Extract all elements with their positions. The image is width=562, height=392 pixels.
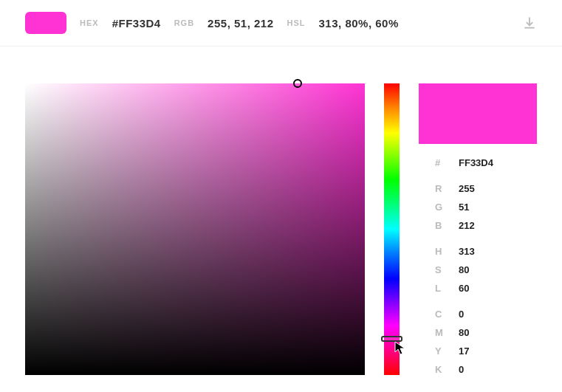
value-c: 0 xyxy=(459,309,464,320)
label-s: S xyxy=(435,264,444,275)
value-h: 313 xyxy=(459,246,475,257)
label-r: R xyxy=(435,183,444,194)
header-swatch xyxy=(25,12,66,34)
hex-value: #FF33D4 xyxy=(112,17,161,30)
info-list: # FF33D4 R 255 G 51 B 212 H 313 S xyxy=(419,144,537,375)
hsl-value: 313, 80%, 60% xyxy=(319,17,399,30)
label-k: K xyxy=(435,364,444,375)
label-y: Y xyxy=(435,345,444,357)
value-b: 212 xyxy=(459,220,475,231)
label-h: H xyxy=(435,246,444,257)
value-r: 255 xyxy=(459,183,475,194)
color-info-panel: # FF33D4 R 255 G 51 B 212 H 313 S xyxy=(419,83,537,382)
hue-slider[interactable] xyxy=(384,83,400,375)
label-g: G xyxy=(435,202,444,213)
color-header: HEX #FF33D4 RGB 255, 51, 212 HSL 313, 80… xyxy=(0,0,562,47)
hex-label: HEX xyxy=(80,18,99,27)
row-l: L 60 xyxy=(435,283,537,294)
label-b: B xyxy=(435,220,444,231)
row-b: B 212 xyxy=(435,220,537,231)
rgb-value: 255, 51, 212 xyxy=(208,17,273,30)
row-c: C 0 xyxy=(435,309,537,320)
main-area: # FF33D4 R 255 G 51 B 212 H 313 S xyxy=(0,47,562,382)
hsl-label: HSL xyxy=(287,18,306,27)
value-l: 60 xyxy=(459,283,469,294)
row-m: M 80 xyxy=(435,327,537,338)
sat-val-cursor[interactable] xyxy=(293,79,302,88)
row-hex: # FF33D4 xyxy=(435,157,537,168)
value-k: 0 xyxy=(459,364,464,375)
label-l: L xyxy=(435,283,444,294)
value-hex: FF33D4 xyxy=(459,157,493,168)
row-y: Y 17 xyxy=(435,345,537,357)
row-s: S 80 xyxy=(435,264,537,275)
row-r: R 255 xyxy=(435,183,537,194)
label-hash: # xyxy=(435,157,444,168)
sat-val-picker[interactable] xyxy=(25,83,365,375)
rgb-label: RGB xyxy=(174,18,194,27)
row-g: G 51 xyxy=(435,202,537,213)
row-k: K 0 xyxy=(435,364,537,375)
info-swatch xyxy=(419,83,537,144)
value-m: 80 xyxy=(459,327,469,338)
label-c: C xyxy=(435,309,444,320)
mouse-pointer-icon xyxy=(394,341,406,356)
value-g: 51 xyxy=(459,202,469,213)
value-s: 80 xyxy=(459,264,469,275)
value-y: 17 xyxy=(459,345,469,357)
label-m: M xyxy=(435,327,444,338)
sat-val-gradient xyxy=(25,83,365,375)
download-icon[interactable] xyxy=(522,16,537,30)
row-h: H 313 xyxy=(435,246,537,257)
